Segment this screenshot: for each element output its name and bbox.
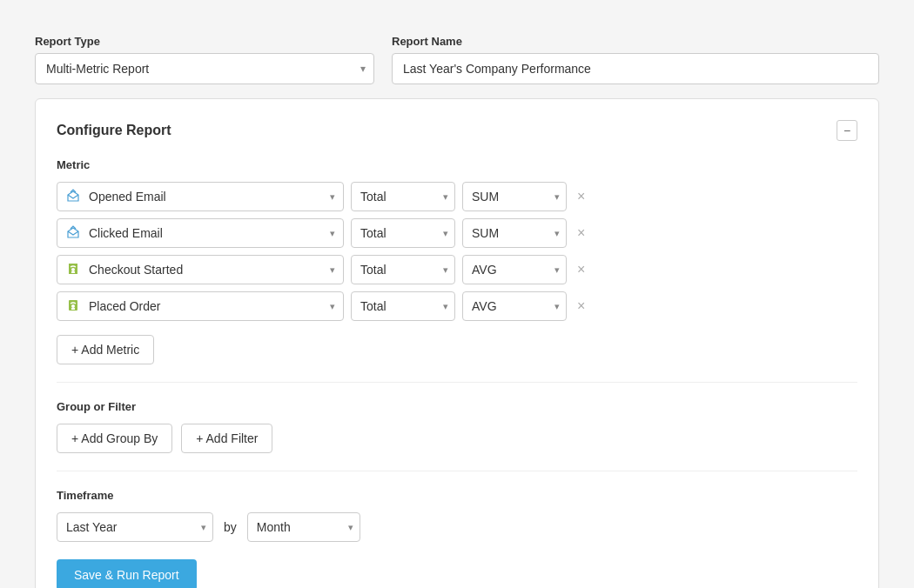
by-text: by xyxy=(224,520,237,534)
placed-order-select[interactable]: Placed Order xyxy=(57,291,344,321)
clicked-email-agg2-wrapper: SUM AVG MIN MAX ▾ xyxy=(462,218,567,248)
clicked-email-remove-button[interactable]: × xyxy=(574,223,588,244)
checkout-started-agg2-select[interactable]: SUM AVG MIN MAX xyxy=(462,255,567,284)
panel-header: Configure Report − xyxy=(57,120,857,141)
checkout-started-select[interactable]: Checkout Started xyxy=(57,255,344,284)
opened-email-select-wrapper: Opened Email ▾ xyxy=(57,182,344,211)
metric-section-label: Metric xyxy=(57,158,857,171)
placed-order-select-wrapper: Placed Order ▾ xyxy=(57,291,344,321)
report-type-select[interactable]: Multi-Metric Report Single Metric Report xyxy=(35,53,374,84)
report-name-input[interactable] xyxy=(392,53,879,84)
placed-order-agg2-select[interactable]: SUM AVG MIN MAX xyxy=(462,291,567,321)
metric-row-opened-email: Opened Email ▾ Total Unique ▾ SUM AVG MI xyxy=(57,182,857,211)
collapse-button[interactable]: − xyxy=(837,120,857,141)
add-filter-button[interactable]: + Add Filter xyxy=(181,424,272,453)
placed-order-agg1-select[interactable]: Total Unique xyxy=(351,291,455,321)
clicked-email-agg2-select[interactable]: SUM AVG MIN MAX xyxy=(462,218,567,248)
placed-order-agg2-wrapper: SUM AVG MIN MAX ▾ xyxy=(462,291,567,321)
divider-2 xyxy=(57,471,857,471)
group-filter-row: + Add Group By + Add Filter xyxy=(57,424,857,453)
checkout-started-agg2-wrapper: SUM AVG MIN MAX ▾ xyxy=(462,255,567,284)
page-wrapper: Report Type Multi-Metric Report Single M… xyxy=(17,17,897,588)
opened-email-agg1-wrapper: Total Unique ▾ xyxy=(351,182,455,211)
clicked-email-select[interactable]: Clicked Email xyxy=(57,218,344,248)
checkout-started-select-wrapper: Checkout Started ▾ xyxy=(57,255,344,284)
opened-email-agg1-select[interactable]: Total Unique xyxy=(351,182,455,211)
add-metric-button[interactable]: + Add Metric xyxy=(57,335,154,364)
divider-1 xyxy=(57,382,857,383)
report-type-select-wrapper: Multi-Metric Report Single Metric Report… xyxy=(35,53,374,84)
main-container: Report Type Multi-Metric Report Single M… xyxy=(35,35,879,588)
opened-email-agg2-select[interactable]: SUM AVG MIN MAX xyxy=(462,182,567,211)
period-select[interactable]: Month Week Day Quarter Year xyxy=(247,512,360,542)
placed-order-remove-button[interactable]: × xyxy=(574,296,588,317)
metric-row-checkout-started: Checkout Started ▾ Total Unique ▾ SUM AV… xyxy=(57,255,857,284)
clicked-email-agg1-wrapper: Total Unique ▾ xyxy=(351,218,455,248)
placed-order-agg1-wrapper: Total Unique ▾ xyxy=(351,291,455,321)
metric-row-clicked-email: Clicked Email ▾ Total Unique ▾ SUM AVG M xyxy=(57,218,857,248)
report-type-group: Report Type Multi-Metric Report Single M… xyxy=(35,35,374,84)
opened-email-remove-button[interactable]: × xyxy=(574,186,588,207)
opened-email-agg2-wrapper: SUM AVG MIN MAX ▾ xyxy=(462,182,567,211)
configure-panel: Configure Report − Metric Opene xyxy=(35,98,879,588)
timeframe-select[interactable]: Last Year Last 30 Days Last 90 Days This… xyxy=(57,512,213,542)
save-run-report-button[interactable]: Save & Run Report xyxy=(57,559,197,588)
metric-row-placed-order: Placed Order ▾ Total Unique ▾ SUM AVG MI xyxy=(57,291,857,321)
clicked-email-select-wrapper: Clicked Email ▾ xyxy=(57,218,344,248)
group-filter-label: Group or Filter xyxy=(57,400,857,413)
checkout-started-agg1-wrapper: Total Unique ▾ xyxy=(351,255,455,284)
clicked-email-agg1-select[interactable]: Total Unique xyxy=(351,218,455,248)
opened-email-select[interactable]: Opened Email xyxy=(57,182,344,211)
report-type-label: Report Type xyxy=(35,35,374,48)
timeframe-row: Last Year Last 30 Days Last 90 Days This… xyxy=(57,512,857,542)
report-name-label: Report Name xyxy=(392,35,879,48)
checkout-started-remove-button[interactable]: × xyxy=(574,259,588,280)
checkout-started-agg1-select[interactable]: Total Unique xyxy=(351,255,455,284)
top-row: Report Type Multi-Metric Report Single M… xyxy=(35,35,879,84)
add-group-by-button[interactable]: + Add Group By xyxy=(57,424,172,453)
report-name-group: Report Name xyxy=(392,35,879,84)
timeframe-select-wrapper: Last Year Last 30 Days Last 90 Days This… xyxy=(57,512,213,542)
timeframe-label: Timeframe xyxy=(57,489,857,502)
period-select-wrapper: Month Week Day Quarter Year ▾ xyxy=(247,512,360,542)
panel-title: Configure Report xyxy=(57,123,171,138)
